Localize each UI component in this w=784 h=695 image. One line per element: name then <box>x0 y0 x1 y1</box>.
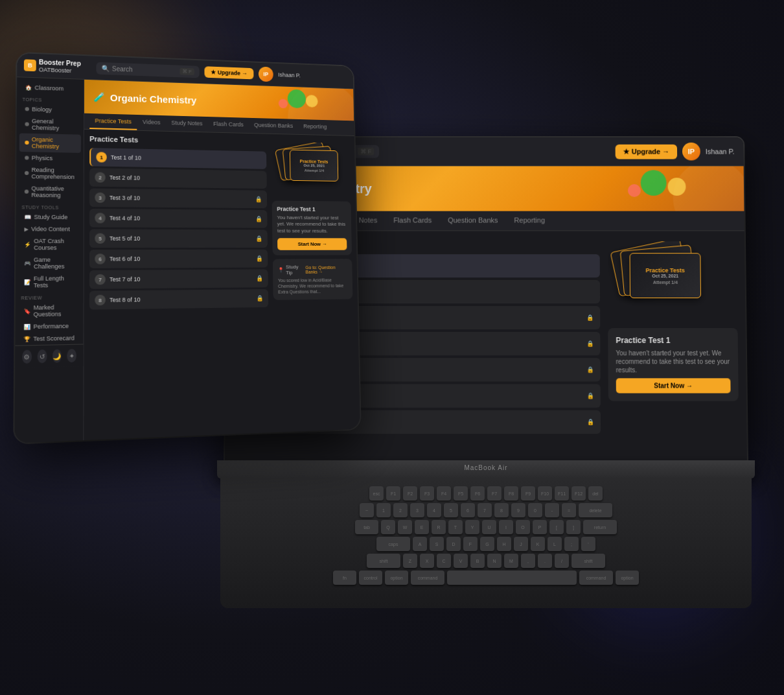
sidebar-review-label: REVIEW <box>16 291 84 302</box>
key-equals: = <box>562 503 576 517</box>
test-num-3: 3 <box>95 193 105 203</box>
key-semicolon: ; <box>564 537 579 551</box>
key-f11: F11 <box>555 486 569 501</box>
key-row-3: tab Q W E R T Y U I O P [ ] return <box>233 520 739 534</box>
study-tip-title: 📍 Study Tip Go to: Question Banks → <box>278 264 348 276</box>
card-attempt: Attempt 1/4 <box>305 168 325 172</box>
sidebar-item-study-guide[interactable]: 📖 Study Guide <box>19 211 81 223</box>
star-icon: ★ <box>623 147 630 156</box>
laptop-base <box>217 460 755 478</box>
sidebar-item-quantitative[interactable]: Quantitative Reasoning <box>19 182 80 202</box>
upgrade-button[interactable]: ★ Upgrade → <box>204 66 253 79</box>
key-f3: F3 <box>420 486 434 501</box>
test-num-8: 8 <box>95 295 106 306</box>
tablet-info-box: Practice Test 1 You haven't started your… <box>272 201 352 255</box>
key-w: W <box>398 520 412 534</box>
tablet-bottom-bar: ⚙ ↺ 🌙 ✦ <box>15 344 83 368</box>
accessibility-icon[interactable]: ✦ <box>67 349 77 362</box>
key-l: L <box>548 537 562 551</box>
tablet-course-title: Organic Chemistry <box>110 92 197 106</box>
settings-icon[interactable]: ⚙ <box>22 350 32 364</box>
table-row[interactable]: 7 Test 7 of 10 🔒 <box>89 269 268 289</box>
keyboard-area: esc F1 F2 F3 F4 F5 F6 F7 F8 F9 F10 F11 F… <box>220 478 752 595</box>
laptop-start-now-button[interactable]: Start Now → <box>616 378 731 393</box>
refresh-icon[interactable]: ↺ <box>37 349 47 363</box>
tab-flash-cards[interactable]: Flash Cards <box>208 117 249 133</box>
key-tab: tab <box>355 520 378 534</box>
game-icon: 🎮 <box>24 260 31 266</box>
laptop-tab-flash-cards[interactable]: Flash Cards <box>386 211 439 231</box>
key-shift-l: shift <box>367 554 400 568</box>
sidebar-item-reading[interactable]: Reading Comprehension <box>19 163 80 183</box>
avatar: IP <box>259 67 273 82</box>
key-d: D <box>446 537 461 551</box>
user-name: Ishaan P. <box>278 71 301 78</box>
table-row[interactable]: 2 Test 2 of 10 <box>89 168 267 189</box>
sidebar-item-physics[interactable]: Physics <box>19 152 81 165</box>
lock-icon-7: 🔒 <box>256 275 263 281</box>
tab-study-notes[interactable]: Study Notes <box>166 115 207 132</box>
tab-practice-tests[interactable]: Practice Tests <box>89 113 137 130</box>
laptop-tab-question-banks[interactable]: Question Banks <box>440 211 505 231</box>
table-row[interactable]: 4 Test 4 of 10 🔒 <box>89 209 267 228</box>
table-row[interactable]: 5 Test 5 of 10 🔒 <box>89 230 268 248</box>
sidebar-item-video-content[interactable]: ▶ Video Content <box>19 223 81 235</box>
laptop-lock-6: 🔒 <box>587 393 594 399</box>
key-caps: caps <box>376 537 410 551</box>
table-row[interactable]: 6 Test 6 of 10 🔒 <box>89 250 268 268</box>
laptop-avatar: IP <box>682 143 700 161</box>
study-tip-link[interactable]: Go to: Question Banks → <box>305 265 347 274</box>
table-row[interactable]: 8 Test 8 of 10 🔒 <box>89 289 268 310</box>
laptop-cards-illustration: Practice Tests Practice Tests Oct 25, 20… <box>608 241 738 325</box>
sidebar-item-performance[interactable]: 📊 Performance <box>18 320 80 333</box>
test-num-4: 4 <box>95 213 105 223</box>
laptop-upgrade-button[interactable]: ★ Upgrade → <box>616 144 677 159</box>
card-front-date: Oct 25, 2021 <box>303 163 325 167</box>
study-tip-text: You scored low in Acid/Base Chemistry. W… <box>278 277 348 296</box>
key-k: K <box>531 537 545 551</box>
test-name-5: Test 5 of 10 <box>110 235 252 242</box>
tablet-device: B Booster Prep OATBooster 🔍 Search ⌘ F ★… <box>14 53 360 443</box>
sidebar-item-general-chem[interactable]: General Chemistry <box>19 115 81 135</box>
sidebar-item-game[interactable]: 🎮 Game Challenges <box>19 253 81 272</box>
search-bar[interactable]: 🔍 Search ⌘ F <box>97 62 200 78</box>
sidebar-item-scorecard[interactable]: 🏆 Test Scorecard <box>18 332 81 346</box>
test-num-1: 1 <box>96 152 106 162</box>
sidebar-item-organic-chem[interactable]: Organic Chemistry <box>19 133 81 152</box>
sidebar-item-crash-courses[interactable]: ⚡ OAT Crash Courses <box>19 235 81 253</box>
key-7: 7 <box>478 503 492 517</box>
practice-card-front: Practice Tests Oct 25, 2021 Attempt 1/4 <box>290 150 338 182</box>
laptop-tab-reporting[interactable]: Reporting <box>506 211 553 231</box>
key-p: P <box>533 520 547 534</box>
tablet-content: 🏠 Classroom TOPICS Biology General Chemi… <box>14 77 360 443</box>
key-1: 1 <box>376 503 391 517</box>
performance-icon: 📊 <box>24 324 31 330</box>
laptop-deco-green <box>641 170 667 196</box>
key-9: 9 <box>511 503 525 517</box>
tab-question-banks[interactable]: Question Banks <box>249 118 298 134</box>
scorecard-icon: 🏆 <box>23 336 30 342</box>
start-now-button[interactable]: Start Now → <box>277 238 347 250</box>
key-x: X <box>420 554 434 568</box>
sidebar-study-label: STUDY TOOLS <box>16 201 84 211</box>
tab-videos[interactable]: Videos <box>137 115 165 131</box>
key-bracket-r: ] <box>566 520 581 534</box>
sidebar-item-marked[interactable]: 🔖 Marked Questions <box>18 301 80 320</box>
laptop-deco-red <box>628 184 641 197</box>
key-f12: F12 <box>571 486 586 501</box>
key-minus: - <box>545 503 559 517</box>
laptop-deco-yellow <box>667 178 686 196</box>
night-mode-icon[interactable]: 🌙 <box>52 349 62 362</box>
key-delete: del <box>588 486 603 501</box>
tab-reporting[interactable]: Reporting <box>299 119 332 135</box>
quant-dot <box>25 189 29 193</box>
lock-icon-4: 🔒 <box>255 216 262 222</box>
laptop-info-box-title: Practice Test 1 <box>616 336 730 345</box>
table-row[interactable]: 3 Test 3 of 10 🔒 <box>89 189 267 209</box>
test-num-7: 7 <box>95 274 106 285</box>
table-row[interactable]: 1 Test 1 of 10 <box>89 148 266 169</box>
tablet-info-panel: Practice Tests Practice Tests Oct 25, 20… <box>271 139 355 427</box>
laptop-info-panel: Practice Tests Practice Tests Oct 25, 20… <box>607 239 739 453</box>
key-shift-r: shift <box>571 554 605 568</box>
sidebar-item-full-length[interactable]: 📝 Full Length Tests <box>18 272 80 292</box>
